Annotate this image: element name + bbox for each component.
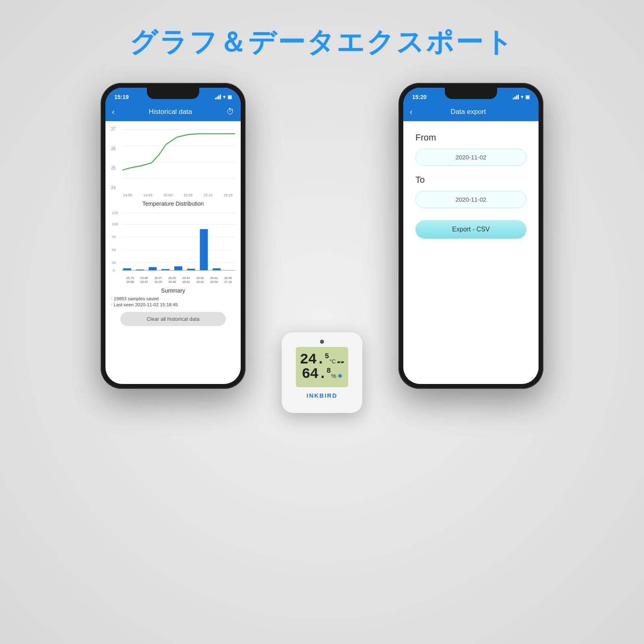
app-bar-title-right: Data export	[450, 108, 486, 116]
wifi-icon-right: ▾	[521, 94, 523, 100]
line-chart-y-labels: 27 26 25 24	[111, 125, 121, 192]
app-bar-title-left: Historical data	[149, 108, 192, 116]
device-temperature: 24.5	[300, 353, 329, 367]
to-label: To	[415, 175, 526, 185]
bar-chart-x-labels: 25.7025.88 25.8826.07 26.0726.25 26.2526…	[111, 275, 235, 284]
device-temp-unit: °C	[329, 358, 336, 365]
phone-notch-left	[147, 88, 199, 99]
bar-chart-svg: 125 100 75 50 25 0	[111, 209, 235, 274]
battery-icon: ▣	[227, 94, 232, 100]
svg-rect-23	[213, 268, 221, 270]
summary-title: Summary	[111, 287, 235, 294]
left-phone: 15:19 ▾ ▣ ‹ Historical data ⏱	[101, 83, 246, 389]
bar-label-6: 26.6226.81	[195, 276, 205, 284]
from-label: From	[415, 132, 526, 143]
bar-chart: 125 100 75 50 25 0	[111, 209, 235, 284]
device-hum-unit: %	[331, 373, 336, 379]
svg-text:100: 100	[112, 222, 118, 226]
svg-rect-22	[200, 229, 208, 270]
app-bar-left: ‹ Historical data ⏱	[105, 104, 241, 121]
status-icons-left: ▾ ▣	[215, 94, 232, 100]
app-bar-right: ‹ Data export	[403, 104, 539, 121]
bar-label-7: 26.8126.99	[209, 276, 219, 284]
svg-rect-16	[123, 268, 131, 270]
status-time-left: 15:19	[114, 94, 129, 100]
line-chart: 27 26 25 24	[111, 125, 235, 192]
left-screen-content: 27 26 25 24	[105, 121, 241, 384]
bar-label-1: 25.7025.88	[125, 276, 135, 284]
bar-label-3: 26.0726.25	[153, 276, 163, 284]
device-brand: INKBIRD	[307, 392, 338, 399]
svg-rect-20	[174, 266, 182, 270]
bar-label-2: 25.8826.07	[139, 276, 149, 284]
summary-section: Summary · 19893 samples saved · Last see…	[111, 287, 235, 307]
inkbird-device: 24.5 °C ▰▰ 64.8 % ✱ INKBIRD	[282, 332, 362, 413]
battery-icon-right: ▣	[525, 94, 530, 100]
right-phone: 15:20 ▾ ▣ ‹ Data export	[398, 83, 543, 389]
summary-samples: · 19893 samples saved	[111, 296, 235, 301]
export-screen: From 2020-11-02 To 2020-11-02 Export - C…	[403, 121, 539, 384]
to-date-picker[interactable]: 2020-11-02	[415, 191, 526, 208]
line-chart-svg	[122, 125, 235, 192]
status-time-right: 15:20	[412, 94, 427, 100]
svg-text:50: 50	[112, 248, 116, 252]
page-title: グラフ＆データエクスポート	[130, 24, 514, 61]
temp-distribution-title: Temperature Distribution	[111, 200, 235, 207]
bar-label-4: 26.2526.44	[167, 276, 178, 284]
svg-text:75: 75	[112, 235, 116, 239]
svg-rect-18	[149, 267, 157, 270]
svg-text:0: 0	[113, 268, 115, 272]
device-wrapper: 24.5 °C ▰▰ 64.8 % ✱ INKBIRD	[282, 332, 362, 413]
svg-text:25: 25	[112, 261, 116, 265]
device-bluetooth-icon: ✱	[338, 373, 343, 379]
back-button-left[interactable]: ‹	[112, 107, 115, 116]
phone-notch-right	[445, 88, 497, 99]
bar-label-8: 26.9927.18	[223, 276, 233, 284]
svg-rect-19	[161, 269, 169, 270]
history-icon[interactable]: ⏱	[226, 107, 234, 116]
from-date-picker[interactable]: 2020-11-02	[415, 149, 526, 166]
clear-all-button[interactable]: Clear all historical data	[120, 312, 226, 326]
device-sensor	[320, 340, 324, 344]
line-chart-x-labels: 14:50 14:55 15:00 15:05 15:10 15:15	[111, 193, 235, 197]
wifi-icon: ▾	[223, 94, 225, 100]
bar-label-5: 26.4426.62	[181, 276, 191, 284]
svg-rect-17	[136, 270, 144, 270]
signal-icon-right	[513, 95, 519, 99]
device-temp-display: 24.5 °C ▰▰	[300, 353, 344, 367]
signal-icon	[215, 95, 221, 99]
export-csv-button[interactable]: Export - CSV	[415, 220, 526, 239]
back-button-right[interactable]: ‹	[410, 107, 413, 116]
device-display: 24.5 °C ▰▰ 64.8 % ✱	[296, 347, 348, 387]
device-humidity: 64.8	[301, 367, 330, 382]
svg-text:125: 125	[112, 211, 118, 215]
svg-rect-21	[187, 269, 195, 270]
summary-last-seen: · Last seen 2020-11-02 15:18:45	[111, 302, 235, 307]
device-battery-icon: ▰▰	[337, 359, 344, 365]
device-hum-display: 64.8 % ✱	[301, 367, 342, 382]
status-icons-right: ▾ ▣	[513, 94, 530, 100]
